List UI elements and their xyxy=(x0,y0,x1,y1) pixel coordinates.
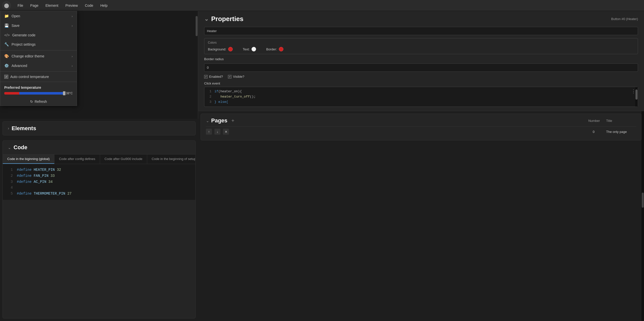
pages-collapse-icon[interactable]: ⌄ xyxy=(206,118,209,123)
menu-save-item[interactable]: 💾 Save › xyxy=(0,21,77,30)
line-num-2: 2 xyxy=(7,173,13,179)
divider-2 xyxy=(0,71,77,72)
click-line-content-3: } else{ xyxy=(214,100,228,105)
project-settings-label: Project settings xyxy=(12,42,36,46)
pages-title-col-header: Title xyxy=(606,119,636,123)
menu-code[interactable]: Code xyxy=(81,2,97,9)
page-up-button[interactable]: ↑ xyxy=(206,129,212,135)
open-arrow: › xyxy=(71,14,72,18)
enabled-checkbox[interactable]: ✓ xyxy=(204,75,208,78)
menu-project-settings-item[interactable]: 🔧 Project settings xyxy=(0,40,77,49)
file-dropdown: 📁 Open › 💾 Save › </> Generate code 🔧 Pr… xyxy=(0,11,77,106)
click-event-label: Click event xyxy=(204,82,638,85)
code-section-title: Code xyxy=(14,144,27,151)
page-delete-button[interactable]: ✕ xyxy=(223,129,229,135)
folder-icon: 📁 xyxy=(4,14,9,18)
canvas-scrollbar-thumb[interactable] xyxy=(196,16,198,36)
refresh-button[interactable]: ↻ Refresh xyxy=(0,98,77,106)
properties-title: Properties xyxy=(211,15,244,23)
tab-config-defines[interactable]: Code after config defines xyxy=(54,154,100,164)
menu-advanced-item[interactable]: ⚙️ Advanced › xyxy=(0,61,77,70)
menu-preview[interactable]: Preview xyxy=(62,2,82,9)
page-title-value: The only page xyxy=(606,130,636,134)
menu-element[interactable]: Element xyxy=(42,2,62,9)
line-code-1: #define HEATER_PIN 32 xyxy=(17,167,61,173)
wrench-icon: 🔧 xyxy=(4,42,9,47)
visible-check[interactable]: ✓ Visible? xyxy=(228,75,244,78)
pages-title: Pages xyxy=(211,117,227,124)
auto-control-temperature-item[interactable]: ✓ Auto control temperature xyxy=(0,73,77,81)
tab-setup-beginning[interactable]: Code in the beginning of setup() xyxy=(147,154,195,164)
pages-panel: ⌄ Pages + Number Title ↑ ↓ ✕ 0 The only … xyxy=(201,114,641,140)
refresh-icon: ↻ xyxy=(30,100,33,104)
divider-3 xyxy=(0,82,77,82)
tab-global[interactable]: Code in the biginning (global) xyxy=(3,154,54,164)
temperature-slider-thumb[interactable] xyxy=(63,91,65,95)
right-pane: ⌄ Properties Button #0 (Heater) Colors B… xyxy=(198,11,644,321)
click-event-code[interactable]: 1 if(heater_on){ 2 heater_turn_off(); xyxy=(204,87,638,107)
border-radius-label: Border radius xyxy=(204,57,638,61)
click-line-content-2: heater_turn_off(); xyxy=(214,94,256,100)
line-num-4: 4 xyxy=(7,185,13,191)
line-code-3: #define AC_PIN 34 xyxy=(17,179,53,185)
divider-1 xyxy=(0,50,77,50)
menu-file[interactable]: File xyxy=(14,2,27,9)
menu-open-item[interactable]: 📁 Open › xyxy=(0,11,77,21)
gear-icon: ⚙️ xyxy=(4,63,9,68)
editor-line-5: 5 #define THERMOMETER_PIN 27 xyxy=(7,191,191,197)
code-area-scrollbar-thumb[interactable] xyxy=(635,90,637,100)
line-num-1: 1 xyxy=(7,167,13,173)
border-color-dot[interactable] xyxy=(279,47,283,51)
elements-panel: › Elements xyxy=(3,121,196,135)
line-num-5: 5 xyxy=(7,191,13,197)
menu-page[interactable]: Page xyxy=(27,2,42,9)
click-code-line-1: 1 if(heater_on){ xyxy=(206,89,636,94)
auto-control-checkbox[interactable]: ✓ xyxy=(4,75,8,79)
visible-checkbox[interactable]: ✓ xyxy=(228,75,231,78)
content-area: He › Elements ⌄ Code Co xyxy=(0,11,644,321)
temperature-slider-track[interactable] xyxy=(4,92,64,95)
change-theme-label: Change editor theme xyxy=(12,54,44,58)
checkboxes-row: ✓ Enabled? ✓ Visible? xyxy=(204,75,638,78)
editor-line-4: 4 xyxy=(7,185,191,191)
colors-label: Colors xyxy=(208,41,634,44)
enabled-check[interactable]: ✓ Enabled? xyxy=(204,75,223,78)
code-collapse-icon[interactable]: ⌄ xyxy=(8,145,11,150)
text-color-dot[interactable] xyxy=(252,47,256,51)
click-line-num-1: 1 xyxy=(206,89,211,94)
properties-collapse-icon[interactable]: ⌄ xyxy=(204,16,209,22)
menu-generate-code-item[interactable]: </> Generate code xyxy=(0,30,77,40)
open-label: Open xyxy=(12,14,20,18)
border-radius-input[interactable] xyxy=(204,63,638,72)
pages-add-button[interactable]: + xyxy=(231,118,234,124)
page-number-value: 0 xyxy=(584,130,604,134)
elements-header: › Elements xyxy=(8,125,190,132)
pages-header: ⌄ Pages + Number Title xyxy=(206,117,636,124)
border-color-label: Border: xyxy=(266,47,277,51)
properties-panel: ⌄ Properties Button #0 (Heater) Colors B… xyxy=(198,11,644,111)
properties-name-input[interactable] xyxy=(204,27,638,35)
code-tabs: Code in the biginning (global) Code afte… xyxy=(3,154,195,164)
menu-change-theme-item[interactable]: 🎨 Change editor theme › xyxy=(0,51,77,61)
temperature-value: 38°C xyxy=(66,92,73,95)
line-num-3: 3 xyxy=(7,179,13,185)
colors-row: Background: Text: Border: xyxy=(208,47,634,51)
editor-line-3: 3 #define AC_PIN 34 xyxy=(7,179,191,185)
background-color-dot[interactable] xyxy=(228,47,233,51)
temperature-slider-row: 38°C xyxy=(4,92,73,95)
app-wrapper: ⬤ File Page Element Preview Code Help 📁 … xyxy=(0,0,644,321)
click-line-num-3: 3 xyxy=(206,100,211,105)
code-area-scrollbar xyxy=(635,87,638,107)
preferred-temperature-section: Preferred temperature 38°C xyxy=(0,83,77,98)
click-code-line-2: 2 heater_turn_off(); xyxy=(206,94,636,100)
menu-help[interactable]: Help xyxy=(97,2,111,9)
elements-collapse-icon[interactable]: › xyxy=(8,126,9,131)
text-color-label: Text: xyxy=(243,47,250,51)
tab-gui900-include[interactable]: Code after Gui900 include xyxy=(100,154,147,164)
canvas-scrollbar xyxy=(195,11,198,119)
page-down-button[interactable]: ↓ xyxy=(214,129,220,135)
colors-group: Colors Background: Text: Border: xyxy=(204,38,638,54)
visible-label: Visible? xyxy=(233,75,244,78)
line-code-2: #define FAN_PIN 33 xyxy=(17,173,55,179)
code-icon: </> xyxy=(4,33,10,37)
